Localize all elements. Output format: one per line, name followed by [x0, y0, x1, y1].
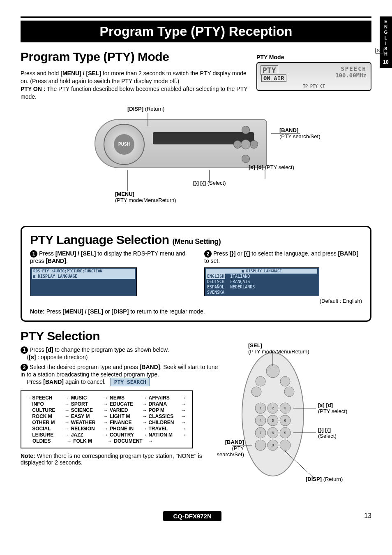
key-band: [BAND]	[279, 127, 298, 133]
pty-cell: PHONE IN	[110, 426, 141, 432]
arrow-icon: →	[63, 426, 71, 432]
ud-sub: (Select)	[208, 180, 226, 186]
arrow-icon: →	[180, 407, 187, 413]
menu-screenshot-1: RDS:PTY ;AUDIO;PICTURE;FUNCTION ■ DISPLA…	[30, 267, 137, 296]
sn-label: Note:	[21, 453, 35, 459]
pty-cell: FINANCE	[110, 420, 141, 425]
pty-row: OLDIES→FOLK M→DOCUMENT→	[26, 438, 187, 444]
pty-on-label: PTY ON :	[21, 86, 45, 92]
callout-disp: [DISP] (Return)	[127, 106, 164, 112]
svg-point-22	[280, 440, 291, 451]
sel-step-2-icon: 2	[21, 364, 28, 371]
default-label: (Default : English)	[204, 298, 362, 304]
lang-heading: PTY Language Selection	[30, 233, 169, 246]
s2or: or	[235, 250, 244, 257]
pty-cell: INFO	[32, 401, 63, 407]
band-sub: (PTY search/Set)	[279, 133, 320, 139]
rc-lr-sub: (PTY select)	[318, 408, 347, 414]
arrow-icon: →	[141, 395, 149, 401]
svg-text:5: 5	[272, 418, 274, 423]
pty-cell: LIGHT M	[110, 413, 141, 419]
lcd-onair: ON AIR	[261, 74, 286, 82]
note-label: Note:	[30, 308, 45, 315]
push-label: PUSH	[114, 134, 134, 155]
lcd-pty: PTY	[261, 65, 278, 75]
lcd-freq: 100.00MHz	[335, 72, 367, 79]
svg-text:7: 7	[259, 431, 261, 435]
pty-cell: SCIENCE	[71, 407, 102, 413]
pty-cell: TRAVEL	[149, 426, 180, 432]
callout-leftright: [s] [d] (PTY select)	[249, 164, 294, 170]
ss2k2: [BAND]	[43, 379, 64, 385]
head-unit-illustration: PUSH [DISP] (Return) [BAND] (PTY search/…	[21, 111, 371, 218]
svg-text:8: 8	[272, 431, 274, 435]
right-button-cluster	[233, 126, 258, 163]
arrow-icon: →	[141, 413, 149, 419]
key-menu-sel: [MENU] / [SEL]	[60, 70, 101, 77]
rc-sel-sub: (PTY mode/Menu/Return)	[248, 348, 309, 355]
band-button	[241, 139, 251, 149]
pty-cell: NEWS	[110, 395, 141, 401]
pty-cell: NATION M	[149, 432, 180, 438]
nk2: [DISP]	[111, 308, 129, 315]
nk1: [MENU] / [SEL]	[62, 308, 103, 315]
s1c: .	[66, 258, 68, 264]
pty-cell: COUNTRY	[110, 432, 141, 438]
ss1b: to change the program type as shown belo…	[53, 346, 169, 353]
key-disp: [DISP]	[127, 106, 143, 112]
pty-type-table: →SPEECH→MUSIC→NEWS→AFFAIRS→INFO→SPORT→ED…	[21, 390, 193, 448]
pty-cell: JAZZ	[71, 432, 102, 438]
rc-disp-key: [DISP]	[306, 476, 322, 482]
svg-point-20	[255, 440, 266, 451]
pty-cell: FOLK M	[73, 438, 106, 444]
sel-step-1: 1Press [d] to change the program type as…	[21, 346, 219, 360]
pty-row: LEISURE→JAZZ→COUNTRY→NATION M→	[26, 432, 187, 438]
lcd-bottom: TP PTY CT	[303, 84, 325, 88]
arrow-icon: →	[102, 420, 110, 425]
svg-text:9: 9	[284, 431, 286, 435]
menu2-r2: NEDERLANDS	[229, 284, 256, 290]
arrow-icon: →	[147, 438, 155, 444]
lcd-screenshot: PTY SPEECH 100.00MHz ON AIR TP PTY CT	[256, 62, 371, 91]
volume-knob: PUSH	[104, 124, 145, 165]
ss1a: Press	[30, 346, 46, 353]
arrow-icon: →	[141, 407, 149, 413]
head-unit: PUSH	[95, 119, 267, 168]
pty-cell: AFFAIRS	[149, 395, 180, 401]
arrow-icon: →	[63, 401, 71, 407]
lcd-speech: SPEECH	[341, 65, 367, 72]
menu-screenshot-2: ■ DISPLAY LANGUAGE ENGLISH DEUTSCH ESPAÑ…	[204, 267, 319, 296]
nor: or	[103, 308, 111, 315]
ss2a: Select the desired program type and pres…	[30, 364, 140, 370]
arrow-icon: →	[141, 432, 149, 438]
menu1-item: ■ DISPLAY LANGUAGE	[32, 274, 135, 279]
arrow-icon: →	[26, 395, 32, 401]
lr-sub: (PTY select)	[265, 164, 294, 170]
rc-disp: [DISP] (Return)	[306, 476, 343, 482]
svg-point-9	[251, 387, 261, 397]
s1a: Press	[39, 250, 55, 257]
rc-ud-sub: (Select)	[318, 433, 337, 439]
key-menu: [MENU]	[115, 191, 134, 197]
pty-row: INFO→SPORT→EDUCATE→DRAMA→	[26, 401, 187, 407]
ss1k: [d]	[46, 346, 53, 353]
pty-cell: WEATHER	[71, 420, 102, 425]
step-2-icon: 2	[204, 250, 212, 258]
s2k1: [}]	[230, 250, 236, 257]
pty-cell: CULTURE	[32, 407, 63, 413]
arrow-icon: →	[102, 407, 110, 413]
pty-cell: EDUCATE	[110, 401, 141, 407]
lang-note: Note: Press [MENU] / [SEL] or [DISP] to …	[30, 308, 362, 315]
arrow-icon: →	[180, 420, 187, 425]
menu1-header: RDS:PTY ;AUDIO;PICTURE;FUNCTION	[32, 269, 135, 274]
svg-point-7	[256, 376, 265, 386]
arrow-icon: →	[141, 401, 149, 407]
key-ud: [}] [{]	[193, 180, 206, 186]
menu2-header: ■ DISPLAY LANGUAGE	[206, 269, 317, 274]
pty-search-chip: PTY SEARCH	[111, 378, 150, 386]
lang-heading-row: PTY Language Selection (Menu Setting)	[30, 233, 362, 247]
pty-cell: EASY M	[71, 413, 102, 419]
s1k2: [BAND]	[46, 258, 66, 264]
ss2d: again to cancel.	[64, 379, 106, 385]
svg-text:1: 1	[259, 406, 261, 410]
